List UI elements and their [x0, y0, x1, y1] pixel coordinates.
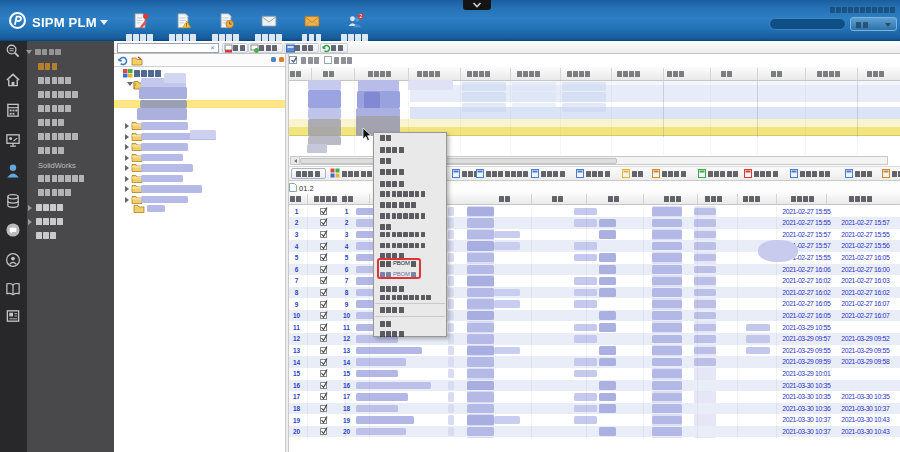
svg-text:!: !: [186, 22, 188, 28]
